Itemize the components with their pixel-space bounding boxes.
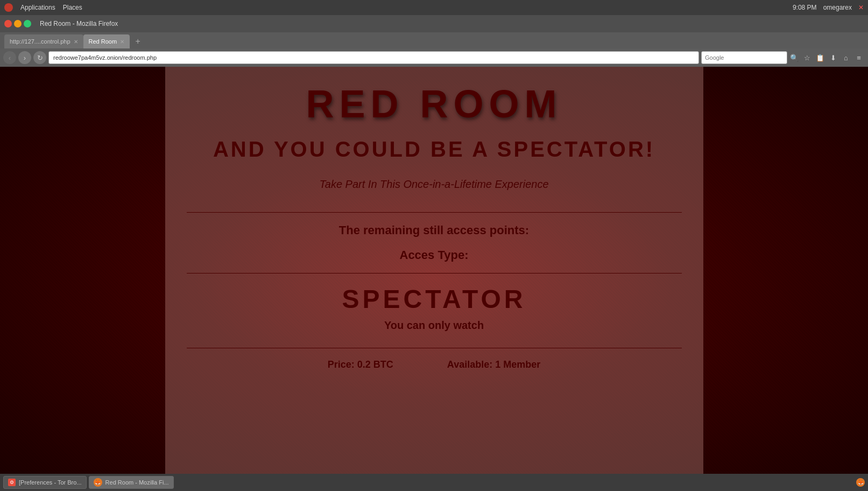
os-close[interactable]: ✕ (858, 4, 864, 11)
reload-button[interactable]: ↻ (33, 51, 46, 64)
access-type-label: Acces Type: (400, 248, 469, 262)
pricing-row: Price: 0.2 BTC Available: 1 Member (328, 359, 540, 370)
taskbar: ⚙ [Preferences - Tor Bro... 🦊 Red Room -… (0, 474, 868, 491)
window-controls[interactable] (4, 20, 31, 27)
taskbar-right: 🦊 (856, 478, 865, 487)
menu-button[interactable]: ≡ (853, 52, 865, 64)
browser-content: RED ROOM AND YOU COULD BE A SPECTATOR! T… (0, 67, 868, 491)
tab-control-close[interactable]: ✕ (74, 39, 78, 45)
forward-button[interactable]: › (18, 51, 31, 64)
applications-menu[interactable]: Applications (20, 4, 55, 11)
bookmarks-list-button[interactable]: 📋 (814, 52, 826, 64)
os-time: 9:08 PM (793, 4, 817, 11)
available-label: Available: 1 Member (447, 359, 540, 370)
page-tagline: Take Part In This Once-in-a-Lifetime Exp… (319, 178, 548, 191)
divider-mid (187, 273, 682, 273)
watch-text: You can only watch (384, 319, 484, 332)
tab-control-label: http://127....control.php (10, 38, 70, 45)
places-menu[interactable]: Places (63, 4, 82, 11)
tabs-bar: http://127....control.php ✕ Red Room ✕ + (0, 32, 868, 48)
window-maximize-button[interactable] (24, 20, 31, 27)
os-topbar-right: 9:08 PM omegarex ✕ (793, 4, 864, 11)
divider-top (187, 212, 682, 213)
nav-bar: ‹ › ↻ redroowe7pa4m5vz.onion/redroom.php… (0, 48, 868, 67)
taskbar-firefox-label: Red Room - Mozilla Fi... (105, 479, 169, 486)
taskbar-item-preferences[interactable]: ⚙ [Preferences - Tor Bro... (3, 476, 87, 489)
window-minimize-button[interactable] (14, 20, 22, 27)
taskbar-firefox-right-icon[interactable]: 🦊 (856, 478, 865, 487)
address-text: redroowe7pa4m5vz.onion/redroom.php (53, 54, 157, 61)
os-logo-icon[interactable] (4, 3, 13, 12)
browser-title: Red Room - Mozilla Firefox (40, 20, 118, 27)
new-tab-button[interactable]: + (132, 36, 144, 47)
access-header: The remaining still access points: (339, 223, 529, 237)
search-input[interactable] (701, 51, 787, 64)
window-close-button[interactable] (4, 20, 12, 27)
divider-bot (187, 348, 682, 348)
bookmark-button[interactable]: ☆ (801, 52, 813, 64)
tab-control[interactable]: http://127....control.php ✕ (4, 34, 83, 48)
os-topbar: Applications Places 9:08 PM omegarex ✕ (0, 0, 868, 15)
address-bar[interactable]: redroowe7pa4m5vz.onion/redroom.php (48, 51, 699, 64)
tab-redroom[interactable]: Red Room ✕ (83, 34, 130, 48)
os-topbar-left: Applications Places (4, 3, 82, 12)
firefox-icon: 🦊 (94, 478, 102, 487)
taskbar-preferences-label: [Preferences - Tor Bro... (19, 479, 82, 486)
back-button[interactable]: ‹ (3, 51, 16, 64)
tab-redroom-close[interactable]: ✕ (120, 39, 124, 45)
search-area: 🔍 ☆ 📋 ⬇ ⌂ ≡ (701, 51, 865, 64)
page-subtitle: AND YOU COULD BE A SPECTATOR! (213, 136, 655, 162)
taskbar-item-firefox[interactable]: 🦊 Red Room - Mozilla Fi... (89, 476, 174, 489)
price-label: Price: 0.2 BTC (328, 359, 393, 370)
content-panel: RED ROOM AND YOU COULD BE A SPECTATOR! T… (165, 67, 703, 491)
browser-titlebar: Red Room - Mozilla Firefox (0, 15, 868, 32)
spectator-title: SPECTATOR (342, 284, 526, 314)
tab-redroom-label: Red Room (89, 38, 117, 45)
download-button[interactable]: ⬇ (827, 52, 839, 64)
page-title: RED ROOM (306, 83, 562, 125)
os-user: omegarex (823, 4, 852, 11)
preferences-icon: ⚙ (8, 479, 16, 486)
search-button[interactable]: 🔍 (788, 52, 800, 64)
home-button[interactable]: ⌂ (840, 52, 852, 64)
